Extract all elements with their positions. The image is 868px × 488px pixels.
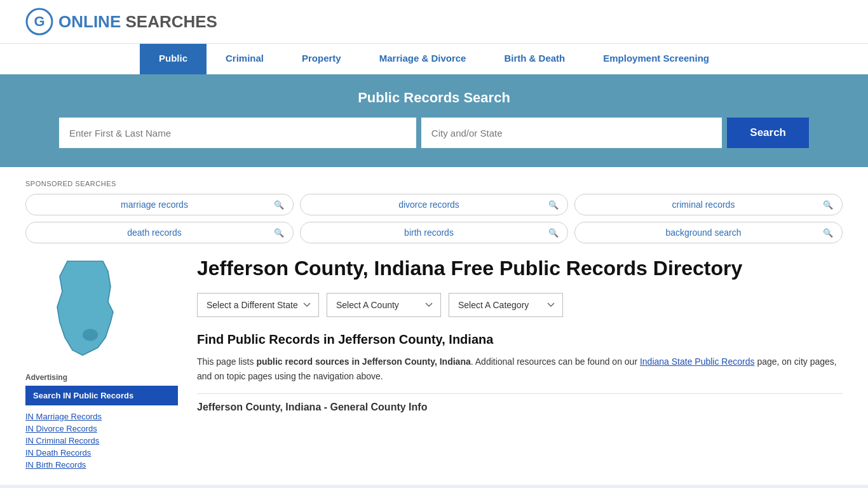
search-icon-2: 🔍: [823, 200, 833, 210]
search-button[interactable]: Search: [727, 118, 809, 148]
nav-item-marriage-divorce[interactable]: Marriage & Divorce: [360, 44, 485, 74]
state-dropdown[interactable]: Select a Different State: [197, 293, 319, 317]
svg-text:G: G: [34, 13, 44, 29]
nav-item-employment[interactable]: Employment Screening: [584, 44, 728, 74]
county-dropdown[interactable]: Select A County: [327, 293, 441, 317]
dropdown-row: Select a Different State Select A County…: [197, 293, 843, 317]
logo-icon: G: [25, 8, 53, 36]
nav-item-public[interactable]: Public: [140, 44, 207, 74]
pill-criminal-records[interactable]: criminal records 🔍: [574, 194, 843, 215]
indiana-map: [25, 256, 140, 358]
pill-background-search[interactable]: background search 🔍: [574, 222, 843, 243]
search-in-public-records-button[interactable]: Search IN Public Records: [25, 386, 178, 405]
search-banner-title: Public Records Search: [25, 90, 843, 106]
search-pills: marriage records 🔍 divorce records 🔍 cri…: [25, 194, 843, 243]
sidebar-link-divorce[interactable]: IN Divorce Records: [25, 424, 178, 433]
logo[interactable]: G ONLINE SEARCHES: [25, 8, 217, 36]
sidebar-advertising-label: Advertising: [25, 373, 178, 382]
search-form: Search: [59, 118, 809, 148]
search-icon-1: 🔍: [548, 200, 559, 210]
main-nav: Public Criminal Property Marriage & Divo…: [0, 43, 868, 74]
location-input[interactable]: [421, 118, 722, 148]
sidebar-link-criminal[interactable]: IN Criminal Records: [25, 436, 178, 445]
pill-death-records[interactable]: death records 🔍: [25, 222, 294, 243]
logo-text: ONLINE SEARCHES: [58, 13, 217, 30]
main-column: Jefferson County, Indiana Free Public Re…: [197, 256, 843, 472]
nav-item-birth-death[interactable]: Birth & Death: [485, 44, 584, 74]
search-icon-3: 🔍: [274, 228, 284, 238]
pill-marriage-records[interactable]: marriage records 🔍: [25, 194, 294, 215]
header: G ONLINE SEARCHES: [0, 0, 868, 43]
find-title: Find Public Records in Jefferson County,…: [197, 332, 843, 347]
pill-divorce-records[interactable]: divorce records 🔍: [300, 194, 568, 215]
find-description: This page lists public record sources in…: [197, 355, 843, 383]
search-icon-0: 🔍: [274, 200, 284, 210]
nav-item-property[interactable]: Property: [283, 44, 360, 74]
county-info-heading: Jefferson County, Indiana - General Coun…: [197, 393, 843, 413]
search-banner: Public Records Search Search: [0, 74, 868, 167]
indiana-records-link[interactable]: Indiana State Public Records: [640, 356, 755, 367]
sponsored-label: SPONSORED SEARCHES: [25, 180, 843, 187]
sidebar: Advertising Search IN Public Records IN …: [25, 256, 178, 472]
search-icon-5: 🔍: [823, 228, 833, 238]
name-input[interactable]: [59, 118, 416, 148]
search-icon-4: 🔍: [548, 228, 559, 238]
category-dropdown[interactable]: Select A Category: [449, 293, 563, 317]
sidebar-link-marriage[interactable]: IN Marriage Records: [25, 412, 178, 421]
pill-birth-records[interactable]: birth records 🔍: [300, 222, 568, 243]
svg-point-3: [83, 329, 98, 341]
sidebar-link-birth[interactable]: IN Birth Records: [25, 460, 178, 470]
page-title: Jefferson County, Indiana Free Public Re…: [197, 256, 843, 280]
main-content: SPONSORED SEARCHES marriage records 🔍 di…: [0, 167, 868, 485]
nav-item-criminal[interactable]: Criminal: [207, 44, 283, 74]
svg-marker-2: [57, 261, 113, 355]
content-section: Advertising Search IN Public Records IN …: [25, 256, 843, 472]
sidebar-link-death[interactable]: IN Death Records: [25, 448, 178, 458]
